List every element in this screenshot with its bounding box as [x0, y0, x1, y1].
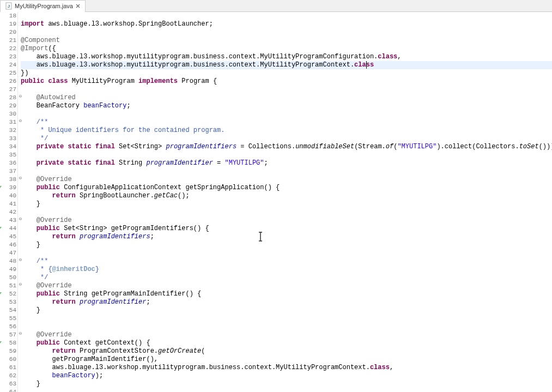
code-line[interactable]: */ — [21, 274, 552, 282]
line-number: 36 — [0, 159, 16, 167]
line-number: 23 — [0, 53, 16, 61]
line-number: 63 — [0, 380, 16, 388]
code-area[interactable]: import aws.bluage.l3.workshop.SpringBoot… — [18, 12, 552, 392]
line-number: 44 — [0, 225, 16, 233]
code-line[interactable]: getProgramMainIdentifier(), — [21, 355, 552, 364]
editor[interactable]: 1819202122232425262728⊖293031⊖3233343536… — [0, 12, 552, 392]
line-number: 35 — [0, 151, 16, 159]
code-line[interactable]: aws.bluage.l3.workshop.myutilityprogram.… — [21, 364, 552, 372]
line-number: 25 — [0, 69, 16, 77]
code-line[interactable] — [21, 323, 552, 331]
line-number: 34 — [0, 143, 16, 151]
line-number: 53 — [0, 298, 16, 306]
override-marker-icon[interactable] — [0, 227, 2, 231]
code-line[interactable] — [21, 315, 552, 323]
line-number: 55 — [0, 315, 16, 323]
line-number: 28⊖ — [0, 94, 16, 102]
line-number: 60 — [0, 355, 16, 364]
code-line[interactable] — [21, 151, 552, 159]
code-line[interactable] — [21, 110, 552, 118]
code-line[interactable]: BeanFactory beanFactory; — [21, 102, 552, 110]
line-number: 45 — [0, 233, 16, 241]
code-line[interactable]: /** — [21, 257, 552, 266]
line-number: 39 — [0, 184, 16, 192]
java-file-icon: J — [5, 2, 13, 10]
line-number: 18 — [0, 12, 16, 20]
line-number: 47 — [0, 249, 16, 257]
line-number: 40 — [0, 192, 16, 200]
line-number: 41 — [0, 200, 16, 208]
code-line[interactable] — [21, 208, 552, 216]
line-number: 32 — [0, 126, 16, 135]
code-line[interactable]: * {@inheritDoc} — [21, 266, 552, 274]
line-number: 26 — [0, 77, 16, 86]
line-number: 46 — [0, 241, 16, 249]
code-line[interactable]: import aws.bluage.l3.workshop.SpringBoot… — [21, 20, 552, 28]
tab-bar: J MyUtilityProgram.java — [0, 0, 552, 12]
line-number-gutter: 1819202122232425262728⊖293031⊖3233343536… — [0, 12, 18, 392]
code-line[interactable]: } — [21, 380, 552, 388]
override-marker-icon[interactable] — [0, 186, 2, 190]
code-line[interactable]: public ConfigurableApplicationContext ge… — [21, 184, 552, 192]
line-number: 24 — [0, 61, 16, 69]
code-line[interactable]: @Override — [21, 331, 552, 339]
line-number: 43⊖ — [0, 216, 16, 225]
line-number: 31⊖ — [0, 118, 16, 126]
line-number: 38⊖ — [0, 176, 16, 184]
line-number: 37 — [0, 167, 16, 176]
code-line[interactable]: @Override — [21, 176, 552, 184]
code-line[interactable] — [21, 86, 552, 94]
code-line[interactable]: return ProgramContextStore.getOrCreate( — [21, 347, 552, 355]
code-line[interactable]: private static final String programIdent… — [21, 159, 552, 167]
line-number: 42 — [0, 208, 16, 216]
code-line[interactable]: * Unique identifiers for the contained p… — [21, 126, 552, 135]
code-line[interactable] — [21, 12, 552, 20]
code-line[interactable]: public Set<String> getProgramIdentifiers… — [21, 225, 552, 233]
code-line[interactable]: @Override — [21, 282, 552, 290]
code-line[interactable]: aws.bluage.l3.workshop.myutilityprogram.… — [21, 61, 552, 69]
code-line[interactable]: /** — [21, 118, 552, 126]
code-line[interactable]: return programIdentifiers; — [21, 233, 552, 241]
code-line[interactable]: @Autowired — [21, 94, 552, 102]
code-line[interactable]: } — [21, 200, 552, 208]
code-line[interactable] — [21, 388, 552, 392]
line-number: 49 — [0, 266, 16, 274]
code-line[interactable]: private static final Set<String> program… — [21, 143, 552, 151]
override-marker-icon[interactable] — [0, 341, 2, 345]
code-line[interactable]: return programIdentifier; — [21, 298, 552, 306]
code-line[interactable]: aws.bluage.l3.workshop.myutilityprogram.… — [21, 53, 552, 61]
code-line[interactable]: } — [21, 306, 552, 315]
override-marker-icon[interactable] — [0, 292, 2, 296]
line-number: 33 — [0, 135, 16, 143]
line-number: 20 — [0, 28, 16, 37]
line-number: 62 — [0, 372, 16, 380]
line-number: 21 — [0, 37, 16, 45]
code-line[interactable]: public String getProgramMainIdentifier()… — [21, 290, 552, 298]
code-line[interactable]: */ — [21, 135, 552, 143]
code-line[interactable]: @Import({ — [21, 45, 552, 53]
line-number: 61 — [0, 364, 16, 372]
code-line[interactable]: } — [21, 241, 552, 249]
code-line[interactable]: return SpringBootLauncher.getCac(); — [21, 192, 552, 200]
code-line[interactable]: }) — [21, 69, 552, 77]
line-number: 58 — [0, 339, 16, 347]
line-number: 51⊖ — [0, 282, 16, 290]
tab-filename: MyUtilityProgram.java — [15, 3, 73, 9]
editor-tab[interactable]: J MyUtilityProgram.java — [0, 0, 86, 12]
line-number: 56 — [0, 323, 16, 331]
code-line[interactable]: public Context getContext() { — [21, 339, 552, 347]
code-line[interactable]: @Component — [21, 37, 552, 45]
line-number: 29 — [0, 102, 16, 110]
line-number: 48⊖ — [0, 257, 16, 266]
code-line[interactable]: beanFactory); — [21, 372, 552, 380]
line-number: 52 — [0, 290, 16, 298]
line-number: 27 — [0, 86, 16, 94]
code-line[interactable] — [21, 167, 552, 176]
code-line[interactable] — [21, 249, 552, 257]
code-line[interactable]: public class MyUtilityProgram implements… — [21, 77, 552, 86]
code-line[interactable]: @Override — [21, 216, 552, 225]
svg-text:J: J — [8, 4, 10, 9]
line-number: 59 — [0, 347, 16, 355]
code-line[interactable] — [21, 28, 552, 37]
close-icon[interactable] — [75, 3, 81, 9]
